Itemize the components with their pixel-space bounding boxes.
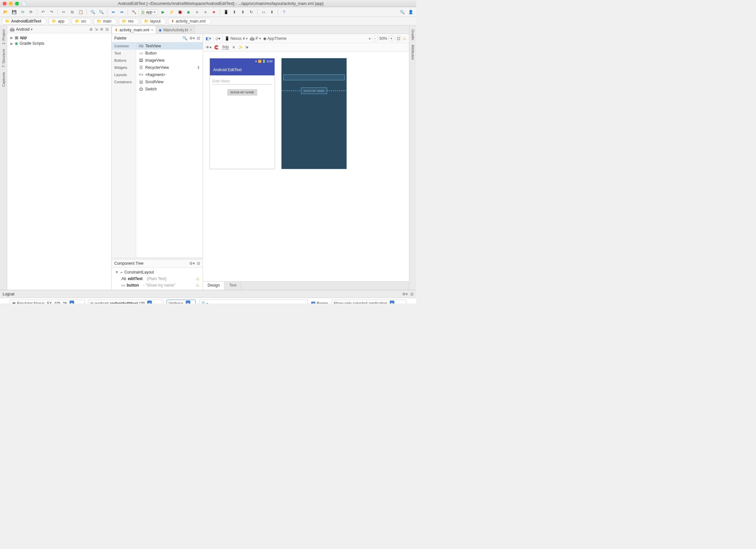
- logcat-regex-checkbox[interactable]: ✓ Regex: [311, 301, 328, 304]
- expand-arrow-icon[interactable]: ▶: [10, 36, 13, 39]
- zoom-out-button[interactable]: −: [372, 36, 378, 41]
- palette-item-button[interactable]: ▭Button: [136, 50, 203, 57]
- palette-cat-common[interactable]: Common: [112, 42, 136, 50]
- run-configuration-selector[interactable]: ▥ app ▾: [139, 9, 158, 15]
- gutter-attributes[interactable]: Attributes: [411, 43, 415, 62]
- forward-icon[interactable]: ➡: [118, 8, 125, 16]
- orientation-icon[interactable]: ◇▾: [215, 36, 220, 41]
- undo-icon[interactable]: ↶: [39, 8, 47, 16]
- zoom-in-button[interactable]: +: [388, 36, 394, 41]
- gutter-captures[interactable]: Captures: [2, 70, 6, 89]
- blueprint-button[interactable]: SHOW MY NAME: [301, 87, 327, 94]
- target-icon[interactable]: ⊕: [89, 27, 93, 32]
- tree-node-gradle[interactable]: ▶ ◉ Gradle Scripts: [8, 40, 110, 46]
- zoom-window[interactable]: [15, 2, 19, 6]
- warning-icon[interactable]: ⚠: [196, 276, 199, 281]
- search-everywhere-icon[interactable]: 🔍: [399, 8, 406, 16]
- debug-icon[interactable]: 🐞: [176, 8, 183, 16]
- breadcrumb-item[interactable]: 📁app: [49, 18, 67, 24]
- eye-icon[interactable]: 👁▾: [206, 45, 212, 50]
- sdk-icon[interactable]: ⬇: [231, 8, 238, 16]
- profile-icon[interactable]: ◉: [185, 8, 192, 16]
- gear-icon[interactable]: ⚙▾: [189, 261, 195, 266]
- apply-changes-icon[interactable]: ⚡: [168, 8, 175, 16]
- palette-item-imageview[interactable]: 🖼ImageView: [136, 57, 203, 64]
- palette-item-recyclerview[interactable]: ☰RecyclerView⬇: [136, 64, 203, 71]
- warning-icon[interactable]: ⚠: [403, 36, 406, 41]
- help-icon[interactable]: ?: [280, 8, 288, 16]
- palette-cat-widgets[interactable]: Widgets: [112, 64, 136, 71]
- cut-icon[interactable]: ✂: [60, 8, 67, 16]
- logcat-search[interactable]: 🔍▾: [199, 300, 308, 304]
- design-canvas[interactable]: ▾ 📶 🔋 8:00 Android EditText Enter Name S…: [203, 52, 409, 281]
- expand-arrow-icon[interactable]: ▶: [10, 42, 13, 45]
- logcat-device-selector[interactable]: ▣ Emulator Nexus_5X_API_28 ⇅: [10, 300, 85, 304]
- blueprint-preview[interactable]: SHOW MY NAME: [281, 58, 347, 169]
- tab-design[interactable]: Design: [203, 282, 225, 290]
- gear-icon[interactable]: ⚙▾: [189, 36, 195, 40]
- structure-icon[interactable]: ▭: [260, 8, 267, 16]
- align-icon[interactable]: I▾: [245, 45, 248, 50]
- stop-icon[interactable]: ■: [210, 8, 217, 16]
- minimize-window[interactable]: [9, 2, 13, 6]
- redo-icon[interactable]: ↷: [48, 8, 55, 16]
- project-mode[interactable]: Android: [16, 27, 29, 32]
- expand-arrow-icon[interactable]: ▼: [115, 270, 119, 275]
- palette-cat-buttons[interactable]: Buttons: [112, 57, 136, 64]
- back-icon[interactable]: ⬅: [110, 8, 117, 16]
- palette-item-switch[interactable]: ⏻Switch: [136, 86, 203, 93]
- hide-icon[interactable]: ⊟: [410, 292, 414, 296]
- replace-icon[interactable]: 🔍: [98, 8, 105, 16]
- breadcrumb-item[interactable]: 📁layout: [141, 18, 164, 24]
- clear-icon[interactable]: ✕: [232, 45, 235, 50]
- tab-text[interactable]: Text: [225, 282, 241, 290]
- breadcrumb-item[interactable]: ⬍activity_main.xml: [168, 18, 208, 24]
- close-window[interactable]: [3, 2, 7, 6]
- device-selector[interactable]: 📱 Nexus 4▾: [225, 36, 248, 41]
- magnet-icon[interactable]: 🧲: [214, 45, 219, 50]
- view-mode-icon[interactable]: ◧▾: [206, 36, 211, 41]
- tree-node-button[interactable]: ▭ button - "Show my name" ⚠: [114, 282, 201, 289]
- palette-cat-layouts[interactable]: Layouts: [112, 71, 136, 78]
- editor-tab-mainactivity[interactable]: ◆ MainActivity.kt ×: [156, 26, 195, 34]
- user-icon[interactable]: 👤: [407, 8, 414, 16]
- blueprint-edittext[interactable]: [283, 74, 345, 80]
- preview-edittext[interactable]: Enter Name: [213, 78, 272, 85]
- breadcrumb-item[interactable]: 📁src: [72, 18, 89, 24]
- open-icon[interactable]: 📂: [2, 8, 9, 16]
- sdk2-icon[interactable]: ⬇: [239, 8, 246, 16]
- gutter-gradle[interactable]: Gradle: [411, 27, 415, 42]
- margin-selector[interactable]: 8dp: [222, 45, 229, 50]
- palette-item-fragment[interactable]: <><fragment>: [136, 71, 203, 78]
- layout-icon[interactable]: ⬇: [268, 8, 276, 16]
- search-icon[interactable]: 🔍: [182, 36, 187, 40]
- hide-icon[interactable]: ⊟: [197, 36, 200, 40]
- gear-icon[interactable]: ⚙▾: [402, 292, 408, 296]
- refresh-icon[interactable]: ⟳: [27, 8, 35, 16]
- tree-root-constraintlayout[interactable]: ▼ ⌐ ConstraintLayout: [114, 269, 201, 275]
- palette-item-textview[interactable]: AbTextView: [136, 42, 203, 50]
- download-icon[interactable]: ⬇: [197, 65, 200, 70]
- palette-item-scrollview[interactable]: ▤ScrollView: [136, 78, 203, 86]
- find-icon[interactable]: 🔍: [89, 8, 96, 16]
- breadcrumb-item[interactable]: 📁AndroidEditText: [2, 18, 44, 24]
- hide-icon[interactable]: ⊟: [105, 27, 109, 32]
- editor-tab-activity-main[interactable]: ⬍ activity_main.xml ×: [112, 26, 156, 34]
- collapse-icon[interactable]: ⇲: [95, 27, 98, 32]
- wand-icon[interactable]: ✨: [238, 45, 243, 50]
- tree-node-app[interactable]: ▶ ▣ app: [8, 35, 110, 40]
- gutter-project[interactable]: 1: Project: [2, 27, 6, 46]
- close-icon[interactable]: ×: [151, 28, 153, 32]
- theme-selector[interactable]: ◉ AppTheme: [263, 36, 287, 41]
- tree-node-edittext[interactable]: Ab editText (Plain Text) ⚠: [114, 275, 201, 282]
- chevron-down-icon[interactable]: ▾: [31, 27, 33, 32]
- save-icon[interactable]: 💾: [10, 8, 18, 16]
- zoom-fit-button[interactable]: ⊡: [396, 36, 402, 41]
- more-icon[interactable]: »: [369, 36, 371, 41]
- attach2-icon[interactable]: ⎆: [202, 8, 209, 16]
- api-selector[interactable]: 🤖 P▾: [250, 36, 261, 41]
- build-icon[interactable]: 🔨: [130, 8, 137, 16]
- palette-cat-text[interactable]: Text: [112, 50, 136, 57]
- run-icon[interactable]: ▶: [159, 8, 166, 16]
- breadcrumb-item[interactable]: 📁main: [94, 18, 114, 24]
